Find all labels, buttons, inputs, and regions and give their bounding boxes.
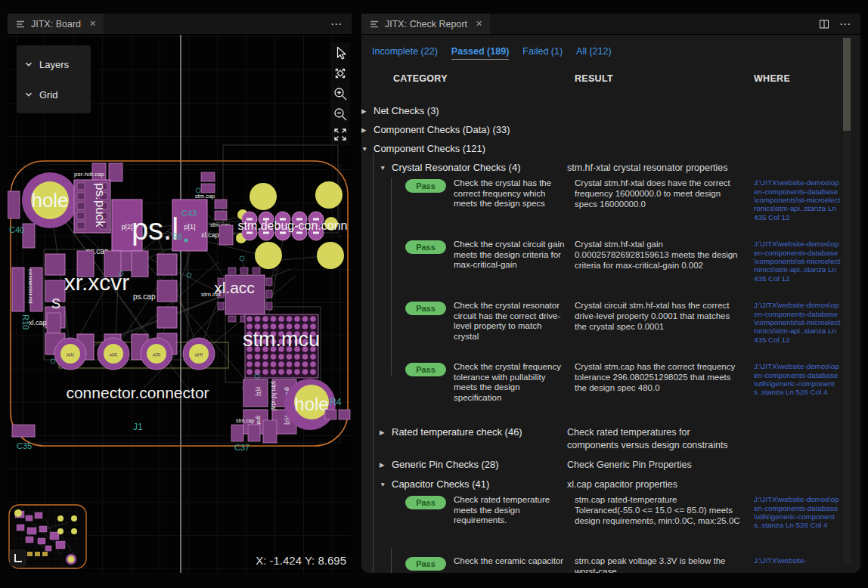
pass-badge: Pass [405,363,446,376]
pad-label-p1: p[1] [184,223,195,231]
table-header: CATEGORY RESULT WHERE [361,73,860,84]
tab-jitx-board[interactable]: JITX: Board ✕ [8,14,104,34]
component-label-ps-l: ps.l [132,212,178,246]
check-row[interactable]: PassCheck the crystal frequency toleranc… [361,362,860,420]
component-hole-bottom[interactable]: hole [284,379,336,430]
layers-label: Layers [39,59,69,70]
more-actions-icon[interactable]: ⋯ [839,17,851,31]
source-link[interactable]: J:\JITX\website-demos\open-components-da… [754,495,842,529]
via-dot [184,239,188,243]
close-icon[interactable]: ✕ [476,19,482,29]
minimap[interactable] [9,505,86,568]
grid-label: Grid [39,89,58,101]
caret-icon[interactable]: ▶ [361,126,374,134]
cursor-coordinates: X: -1.424 Y: 8.695 [256,554,346,567]
check-row[interactable]: PassCheck the crystal has the correct fr… [361,178,860,237]
scrollbar-thumb[interactable] [843,38,851,131]
caret-icon[interactable]: ▶ [361,107,374,115]
pass-badge: Pass [405,496,446,509]
component-label-stm-mcu: stm.mcu [243,328,320,351]
pass-badge: Pass [405,302,446,315]
group-row-crystal-resonator[interactable]: ▼Crystal Resonator Checks (4) stm.hf-xta… [361,159,860,178]
minimap-corner-icon[interactable] [10,550,26,566]
source-link[interactable]: J:\JITX\website-demos\open-components-da… [754,240,842,283]
component-label-debug-conn: stm.debug-con.conn [238,219,348,232]
ref-c37: C37 [234,443,250,452]
pad-label-conn-p2: p[2] [110,352,117,357]
tree-connector [373,153,374,573]
caret-icon[interactable]: ▼ [380,164,392,172]
column-header-where: WHERE [754,73,842,84]
chevron-down-icon [24,90,33,99]
group-row-generic-pin[interactable]: ▶Generic Pin Checks (28) Check Generic P… [361,456,860,475]
tree-connector [391,548,392,573]
board-panel: JITX: Board ✕ ⋯ [8,14,352,573]
source-link[interactable]: J:\JITX\website-demos\open-components-da… [754,178,842,221]
component-label-connector-rst: connector.rst [27,269,34,305]
group-row-component-checks[interactable]: ▼Component Checks (121) [361,140,860,159]
more-actions-icon[interactable]: ⋯ [330,17,343,31]
check-rows: ▶Net Checks (3) ▶Component Checks (Data)… [361,102,860,573]
group-row-net-checks[interactable]: ▶Net Checks (3) [361,102,860,121]
column-header-result: RESULT [575,73,754,84]
close-icon[interactable]: ✕ [89,19,96,29]
filter-passed[interactable]: Passed (189) [451,46,509,60]
board-tabbar: JITX: Board ✕ ⋯ [8,14,352,35]
component-label-connector: connector.connector [66,384,209,401]
caret-icon[interactable]: ▼ [361,145,374,153]
check-row[interactable]: PassCheck the crystal circuit gain meets… [361,240,860,298]
split-editor-icon[interactable] [818,18,830,30]
pass-badge: Pass [405,240,446,254]
pad-label-xtal-p1: p[1] [256,387,262,396]
board-toolbar [330,42,350,145]
jitx-window: JITX: Board ✕ ⋯ [0,0,868,588]
pan-tool-button[interactable] [331,64,349,82]
caret-icon[interactable]: ▶ [380,461,392,469]
pad-label-conn-p1: p[1] [67,352,74,357]
ref-c35: C35 [17,441,32,450]
source-link[interactable]: J:\JITX\website-demos\open-components-da… [754,301,842,344]
ref-c40: C40 [9,225,24,234]
check-report-panel: JITX: Check Report ✕ ⋯ Incomplete (22) P… [361,14,860,573]
check-row[interactable]: PassCheck the ceramic capacitor stm.cap … [361,556,860,573]
chevron-down-icon [24,60,33,69]
ref-c43: C43 [181,209,197,218]
board-canvas[interactable]: hole psr-hdr.cap C40 [8,35,352,573]
zoom-in-button[interactable] [331,85,349,103]
filter-failed[interactable]: Failed (1) [522,46,563,60]
component-hole-top[interactable]: hole [22,172,78,228]
component-label-stm-ind: stm.ind [201,291,221,298]
group-row-capacitor-checks[interactable]: ▼Capacitor Checks (41) xl.cap capacitor … [361,475,860,495]
component-label-hole-top: hole [31,189,68,212]
check-row[interactable]: PassCheck the crystal resonator circuit … [361,301,860,359]
tree-connector [391,178,392,376]
filter-incomplete[interactable]: Incomplete (22) [372,46,438,60]
component-label-psr-hdr-cap: psr-hdr.cap [74,171,105,178]
source-link[interactable]: J:\JITX\website-demos\open-components-da… [754,362,842,396]
pcb-board[interactable]: hole psr-hdr.cap C40 [8,35,352,573]
zoom-out-button[interactable] [331,105,349,123]
tab-title: JITX: Board [31,19,81,29]
pass-badge: Pass [405,179,446,193]
component-stm-mcu[interactable]: stm.mcu U1 [243,314,320,387]
check-row[interactable]: PassCheck rated temperature meets the de… [361,495,860,553]
ref-r8: R8 [172,233,182,241]
grid-toggle[interactable]: Grid [24,83,91,106]
component-ps-puck[interactable]: ps.puck [74,180,110,233]
source-link[interactable]: J:\JITX\website- [754,556,842,565]
column-header-category: CATEGORY [369,73,575,84]
caret-icon[interactable]: ▶ [380,429,392,436]
component-label-xr-xcvr: xr.xcvr [64,270,130,295]
group-row-rated-temperature[interactable]: ▶Rated temperature check (46) Check rate… [361,423,860,456]
select-tool-button[interactable] [331,44,349,62]
filter-all[interactable]: All (212) [576,46,612,60]
zoom-fit-button[interactable] [331,125,349,144]
pad-label-xtal-gnd1: gnd [256,416,262,425]
group-row-component-checks-data[interactable]: ▶Component Checks (Data) (33) [361,121,860,140]
zoom-fit-icon [332,126,349,143]
pass-badge: Pass [405,557,446,571]
layers-toggle[interactable]: Layers [24,53,91,76]
tab-jitx-check-report[interactable]: JITX: Check Report ✕ [361,14,490,34]
scrollbar[interactable] [843,38,851,564]
caret-icon[interactable]: ▼ [380,481,392,488]
